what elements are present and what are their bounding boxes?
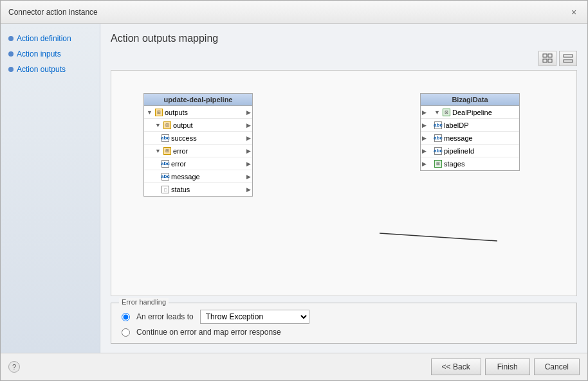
- row-label: success: [171, 134, 197, 142]
- sidebar-item-action-outputs[interactable]: Action outputs: [8, 65, 92, 74]
- arrow-out-icon: ▶: [246, 122, 251, 128]
- svg-rect-0: [543, 54, 547, 57]
- box-row-stages: ▶ ⊠ stages: [421, 157, 519, 170]
- folder-icon: ⊞: [163, 147, 171, 155]
- row-label: message: [171, 173, 200, 181]
- error-label-1: An error leads to: [136, 312, 194, 321]
- sidebar: Action definition Action inputs Action o…: [1, 24, 100, 353]
- box-row-success: abc success ▶: [144, 132, 252, 145]
- dropdown-container: Throw Exception Continue on error: [200, 310, 309, 324]
- folder-icon: ⊞: [163, 121, 171, 129]
- right-box-header: BizagiData: [421, 94, 519, 106]
- close-button[interactable]: ×: [568, 6, 580, 18]
- expand-button[interactable]: [538, 51, 556, 66]
- content-area: Action definition Action inputs Action o…: [1, 24, 587, 353]
- expand-icon: ▼: [147, 109, 153, 116]
- help-button[interactable]: ?: [8, 361, 20, 373]
- expand-icon: [542, 53, 553, 64]
- sidebar-label-action-inputs: Action inputs: [17, 49, 61, 58]
- cancel-button[interactable]: Cancel: [534, 359, 580, 375]
- left-box-header: update-deal-pipeline: [144, 94, 252, 106]
- sidebar-dot: [8, 51, 14, 57]
- mapping-canvas: update-deal-pipeline ▼ ⊞ outputs ▶ ▼: [111, 71, 576, 296]
- svg-rect-3: [548, 59, 552, 62]
- titlebar: Connector action instance ×: [1, 1, 587, 24]
- left-box: update-deal-pipeline ▼ ⊞ outputs ▶ ▼: [143, 93, 253, 197]
- radio-throw-exception[interactable]: [122, 313, 130, 321]
- expand-icon: ▼: [155, 148, 161, 154]
- arrow-out-icon: ▶: [246, 148, 251, 154]
- arrow-in-icon: ▶: [422, 161, 427, 167]
- right-box: BizagiData ▶ ▼ ⊠ DealPipeline ▶: [420, 93, 520, 171]
- error-handling-section: Error handling An error leads to Throw E…: [111, 303, 577, 344]
- string-icon: abc: [161, 173, 169, 181]
- box-row-right-message: ▶ abc message: [421, 132, 519, 145]
- error-label-2: Continue on error and map error response: [136, 328, 281, 337]
- back-button[interactable]: << Back: [431, 359, 481, 375]
- row-label: error: [173, 147, 188, 155]
- row-label: DealPipeline: [452, 109, 492, 116]
- toolbar: [111, 51, 577, 66]
- svg-rect-5: [564, 60, 573, 62]
- arrow-out-icon: ▶: [246, 186, 251, 193]
- box-row-error-string: abc error ▶: [144, 157, 252, 170]
- svg-rect-1: [543, 59, 547, 62]
- sidebar-dot: [8, 67, 14, 72]
- box-row-outputs: ▼ ⊞ outputs ▶: [144, 106, 252, 119]
- complex-icon: ⊠: [434, 160, 442, 168]
- error-handling-legend: Error handling: [119, 298, 169, 306]
- arrow-in-icon: ▶: [422, 148, 427, 154]
- string-icon: abc: [161, 160, 169, 168]
- page-title: Action outputs mapping: [111, 33, 577, 44]
- expand-icon: ▼: [434, 109, 441, 116]
- complex-icon: ⊠: [443, 109, 450, 116]
- string-icon: abc: [434, 134, 442, 142]
- row-label: labelDP: [444, 121, 469, 129]
- row-label: pipelineId: [444, 147, 474, 155]
- box-row-error-folder: ▼ ⊞ error ▶: [144, 145, 252, 157]
- arrow-out-icon: ▶: [246, 161, 251, 167]
- layout-icon: [563, 53, 573, 64]
- svg-rect-4: [564, 55, 573, 57]
- sidebar-item-action-inputs[interactable]: Action inputs: [8, 49, 92, 58]
- svg-line-6: [380, 233, 497, 241]
- box-row-status: □ status ▶: [144, 183, 252, 196]
- finish-button[interactable]: Finish: [485, 359, 530, 375]
- string-icon: abc: [434, 147, 442, 155]
- row-label: message: [444, 134, 473, 142]
- arrow-out-icon: ▶: [246, 135, 251, 141]
- mapping-area: update-deal-pipeline ▼ ⊞ outputs ▶ ▼: [111, 70, 577, 296]
- layout-button[interactable]: [559, 51, 577, 66]
- error-action-dropdown[interactable]: Throw Exception Continue on error: [200, 310, 309, 324]
- dialog: Connector action instance × Action defin…: [0, 0, 588, 381]
- sidebar-label-action-definition: Action definition: [17, 34, 71, 43]
- status-icon: □: [161, 186, 169, 193]
- box-row-pipelineId: ▶ abc pipelineId: [421, 145, 519, 157]
- footer: ? << Back Finish Cancel: [1, 353, 587, 380]
- svg-rect-2: [548, 54, 552, 57]
- arrow-in-icon: ▶: [422, 135, 427, 141]
- dialog-title: Connector action instance: [8, 8, 98, 17]
- error-row-2: Continue on error and map error response: [122, 328, 566, 337]
- arrow-out-icon: ▶: [246, 173, 251, 180]
- string-icon: abc: [161, 134, 169, 142]
- box-row-output: ▼ ⊞ output ▶: [144, 119, 252, 132]
- error-row-1: An error leads to Throw Exception Contin…: [122, 310, 566, 324]
- box-row-labelDP: ▶ abc labelDP: [421, 119, 519, 132]
- radio-continue-on-error[interactable]: [122, 328, 130, 337]
- row-label: stages: [444, 160, 464, 168]
- row-label: error: [171, 160, 186, 168]
- box-row-message: abc message ▶: [144, 170, 252, 183]
- row-label: status: [171, 186, 190, 193]
- string-icon: abc: [434, 121, 442, 129]
- sidebar-item-action-definition[interactable]: Action definition: [8, 34, 92, 43]
- box-row-dealpipeline: ▶ ▼ ⊠ DealPipeline: [421, 106, 519, 119]
- row-label: outputs: [165, 109, 188, 116]
- main-panel: Action outputs mapping: [100, 24, 587, 353]
- expand-icon: ▼: [155, 122, 161, 128]
- row-label: output: [173, 121, 193, 129]
- sidebar-label-action-outputs: Action outputs: [17, 65, 66, 74]
- folder-icon: ⊞: [155, 109, 163, 116]
- arrow-out-icon: ▶: [246, 109, 251, 116]
- sidebar-dot: [8, 36, 14, 41]
